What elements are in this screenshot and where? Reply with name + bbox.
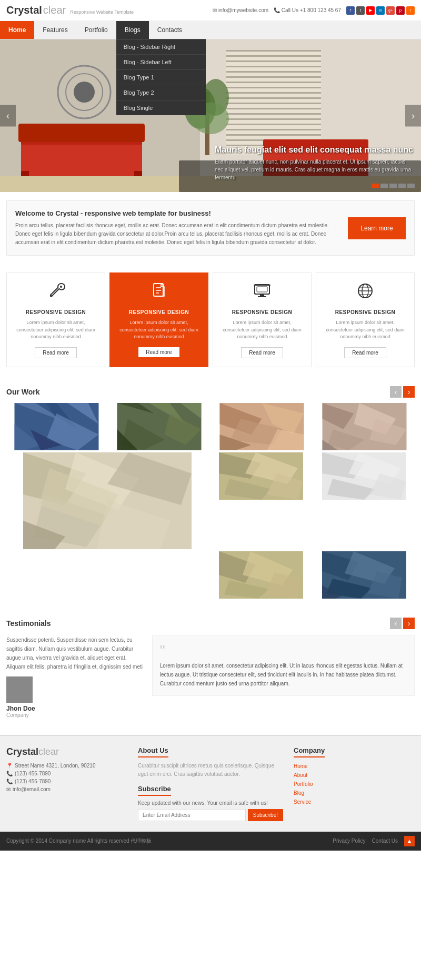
footer-link-service[interactable]: Service bbox=[294, 797, 415, 806]
logo-main: Crystal bbox=[6, 4, 42, 16]
twitter-icon[interactable]: t bbox=[356, 6, 365, 15]
logo-tagline: Responsive Website Template bbox=[70, 9, 134, 15]
footer: Crystalclear 📍 Street Name 4321, London,… bbox=[0, 735, 421, 832]
subscribe-email-input[interactable] bbox=[138, 809, 246, 821]
dot-1[interactable] bbox=[372, 184, 379, 188]
testimonial-quote: Lorem ipsum dolor sit amet, consectetur … bbox=[160, 661, 407, 688]
testimonials-section: Testimonials ‹ › Suspendisse potenti. Su… bbox=[0, 611, 421, 724]
email-icon: ✉ bbox=[6, 786, 11, 792]
wrench-icon bbox=[13, 281, 98, 304]
youtube-icon[interactable]: ▶ bbox=[366, 6, 375, 15]
footer-about-text: Curabitur suscipit ultrices metus quis s… bbox=[138, 762, 283, 779]
feature-3-read-more[interactable]: Read more bbox=[241, 347, 283, 358]
feature-2-read-more[interactable]: Read more bbox=[138, 347, 179, 357]
svg-rect-11 bbox=[226, 87, 321, 88]
our-work-prev-button[interactable]: ‹ bbox=[390, 386, 402, 398]
nav-item-contacts[interactable]: Contacts bbox=[149, 21, 191, 39]
testimonial-name: Jhon Doe bbox=[6, 705, 144, 712]
dot-4[interactable] bbox=[398, 184, 406, 188]
testimonials-header: Testimonials ‹ › bbox=[6, 618, 415, 629]
testimonials-next-button[interactable]: › bbox=[403, 618, 415, 629]
testimonials-prev-button[interactable]: ‹ bbox=[390, 618, 402, 629]
feature-card-3: RESPONSIVE DESIGN Lorem ipsum dolor sit … bbox=[213, 272, 312, 367]
footer-subscribe-title: Subscribe bbox=[138, 785, 171, 796]
svg-rect-10 bbox=[226, 82, 321, 83]
social-icons: f t ▶ in g+ p r bbox=[346, 6, 415, 15]
bottom-bar: Copyright © 2014 Company name All rights… bbox=[0, 832, 421, 851]
rss-icon[interactable]: r bbox=[406, 6, 415, 15]
work-item-1[interactable] bbox=[6, 403, 107, 450]
hero-next-button[interactable]: › bbox=[405, 105, 421, 127]
footer-link-portfolio[interactable]: Portfolio bbox=[294, 780, 415, 789]
phone2-icon: 📞 bbox=[6, 779, 13, 784]
our-work-next-button[interactable]: › bbox=[403, 386, 415, 398]
work-item-2[interactable] bbox=[109, 403, 209, 450]
feature-3-text: Lorem ipsum dolor sit amet, consectetuer… bbox=[219, 319, 305, 341]
feature-3-title: RESPONSIVE DESIGN bbox=[219, 309, 305, 315]
pinterest-icon[interactable]: p bbox=[396, 6, 405, 15]
copyright: Copyright © 2014 Company name All rights… bbox=[6, 837, 152, 845]
work-item-9[interactable] bbox=[314, 551, 415, 599]
facebook-icon[interactable]: f bbox=[346, 6, 355, 15]
hero-text: Eliam porttitor aliquet nunc, non pulvin… bbox=[215, 158, 415, 181]
dot-3[interactable] bbox=[389, 184, 397, 188]
nav-item-features[interactable]: Features bbox=[34, 21, 76, 39]
svg-rect-14 bbox=[226, 103, 321, 104]
nav-item-home[interactable]: Home bbox=[0, 21, 34, 39]
learn-more-button[interactable]: Learn more bbox=[348, 217, 406, 239]
dropdown-item-sidebar-left[interactable]: Blog - Sidebar Left bbox=[116, 55, 206, 70]
testimonials-title: Testimonials bbox=[6, 619, 51, 628]
nav: Home Features Portfolio Blogs Blog - Sid… bbox=[0, 21, 421, 39]
feature-4-text: Lorem ipsum dolor sit amet, consectetuer… bbox=[323, 319, 408, 341]
dropdown-item-type2[interactable]: Blog Type 2 bbox=[116, 85, 206, 100]
work-row-2 bbox=[6, 452, 415, 599]
work-item-8[interactable] bbox=[210, 551, 312, 599]
feature-1-text: Lorem ipsum dolor sit amet, consectetuer… bbox=[13, 319, 98, 341]
dot-2[interactable] bbox=[380, 184, 388, 188]
contact-us-link[interactable]: Contact Us bbox=[372, 838, 398, 844]
svg-point-41 bbox=[60, 286, 62, 288]
nav-item-blogs[interactable]: Blogs Blog - Sidebar Right Blog - Sideba… bbox=[116, 21, 149, 39]
feature-4-read-more[interactable]: Read more bbox=[344, 347, 386, 358]
testimonial-avatar bbox=[6, 676, 33, 703]
dropdown-item-sidebar-right[interactable]: Blog - Sidebar Right bbox=[116, 39, 206, 55]
header: Crystalclear Responsive Website Template… bbox=[0, 0, 421, 21]
dropdown-item-single[interactable]: Blog Single bbox=[116, 100, 206, 115]
work-item-4[interactable] bbox=[314, 403, 415, 450]
work-item-7[interactable] bbox=[314, 452, 415, 500]
phone1-icon: 📞 bbox=[6, 771, 13, 776]
globe-icon bbox=[323, 281, 408, 304]
work-item-6[interactable] bbox=[210, 452, 312, 500]
work-row-1 bbox=[6, 403, 415, 450]
google-plus-icon[interactable]: g+ bbox=[386, 6, 395, 15]
svg-rect-13 bbox=[226, 97, 321, 99]
feature-2-title: RESPONSIVE DESIGN bbox=[116, 309, 202, 315]
footer-subscribe-text: Keep updated with our news. Your email i… bbox=[138, 800, 283, 806]
welcome-body: Proin arcu tellus, placerat facilisis rh… bbox=[15, 221, 339, 247]
dropdown-item-type1[interactable]: Blog Type 1 bbox=[116, 70, 206, 85]
blogs-dropdown: Blog - Sidebar Right Blog - Sidebar Left… bbox=[116, 39, 206, 115]
footer-about-title: About Us bbox=[138, 746, 168, 757]
privacy-policy-link[interactable]: Privacy Policy bbox=[333, 838, 365, 844]
quote-mark: " bbox=[160, 643, 407, 658]
footer-company-links: Home About Portfolio Blog Service bbox=[294, 762, 415, 806]
map-pin-icon: 📍 bbox=[6, 763, 13, 769]
feature-1-read-more[interactable]: Read more bbox=[35, 347, 76, 358]
subscribe-form: Subscribe! bbox=[138, 809, 283, 821]
hero-prev-button[interactable]: ‹ bbox=[0, 105, 16, 127]
scroll-to-top-button[interactable]: ▲ bbox=[404, 836, 415, 846]
nav-item-portfolio[interactable]: Portfolio bbox=[76, 21, 116, 39]
svg-rect-15 bbox=[226, 108, 321, 109]
hero-slider: Mauris feugiat elit sed elit consequat m… bbox=[0, 39, 421, 192]
work-item-3[interactable] bbox=[212, 403, 312, 450]
svg-rect-8 bbox=[226, 71, 321, 73]
work-item-5[interactable] bbox=[6, 452, 208, 549]
dot-5[interactable] bbox=[407, 184, 415, 188]
footer-address: 📍 Street Name 4321, London, 90210 bbox=[6, 763, 127, 769]
our-work-arrows: ‹ › bbox=[390, 386, 415, 398]
footer-link-home[interactable]: Home bbox=[294, 762, 415, 771]
subscribe-button[interactable]: Subscribe! bbox=[248, 809, 283, 821]
footer-link-about[interactable]: About bbox=[294, 771, 415, 780]
footer-link-blog[interactable]: Blog bbox=[294, 789, 415, 797]
linkedin-icon[interactable]: in bbox=[376, 6, 385, 15]
